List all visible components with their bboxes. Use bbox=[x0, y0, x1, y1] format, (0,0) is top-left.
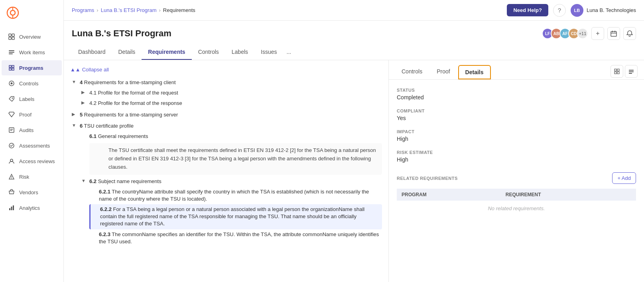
status-field: STATUS Completed bbox=[397, 88, 636, 101]
sidebar-item-vendors[interactable]: Vendors bbox=[2, 185, 62, 200]
help-icon[interactable]: ? bbox=[553, 4, 566, 17]
add-member-button[interactable]: + bbox=[591, 27, 604, 40]
calendar-button[interactable] bbox=[607, 27, 620, 40]
need-help-button[interactable]: Need Help? bbox=[507, 4, 548, 16]
sidebar-item-labels[interactable]: Labels bbox=[2, 91, 62, 106]
svg-rect-27 bbox=[614, 72, 616, 74]
req-text-6-1: 6.1 General requirements bbox=[89, 133, 148, 140]
risk-estimate-field: RISK ESTIMATE High bbox=[397, 150, 636, 163]
req-row-4-2[interactable]: ▶ 4.2 Profile for the format of the resp… bbox=[80, 98, 382, 108]
risk-estimate-value: High bbox=[397, 156, 636, 163]
compliant-field: COMPLIANT Yes bbox=[397, 108, 636, 121]
impact-label: IMPACT bbox=[397, 129, 636, 134]
svg-rect-10 bbox=[9, 53, 13, 54]
req-text-6-2-3: 6.2.3 The commonName specifies an identi… bbox=[99, 231, 380, 245]
sidebar-item-label: Vendors bbox=[19, 189, 38, 195]
detail-view-grid-button[interactable] bbox=[625, 65, 638, 78]
sidebar-item-work-items[interactable]: Work items bbox=[2, 45, 62, 60]
svg-rect-26 bbox=[617, 69, 619, 71]
req-children-6: 6.1 General requirements The TSU certifi… bbox=[70, 131, 382, 247]
req-row-4[interactable]: ▼ 4 Requirements for a time-stamping cli… bbox=[70, 77, 382, 88]
req-children-6-2: 6.2.1 The countryName attribute shall sp… bbox=[80, 187, 382, 247]
sidebar-item-label: Labels bbox=[19, 96, 34, 102]
svg-rect-25 bbox=[614, 69, 616, 71]
detail-tab-controls[interactable]: Controls bbox=[395, 65, 429, 79]
sidebar-item-audits[interactable]: Audits bbox=[2, 122, 62, 138]
req-row-6-1[interactable]: 6.1 General requirements bbox=[80, 131, 382, 142]
tab-issues[interactable]: Issues bbox=[254, 45, 283, 60]
expand-toggle-4-1[interactable]: ▶ bbox=[81, 90, 87, 95]
svg-point-17 bbox=[11, 178, 12, 178]
related-req-header: RELATED REQUIREMENTS + Add bbox=[397, 172, 636, 184]
svg-rect-4 bbox=[9, 34, 11, 36]
notification-button[interactable] bbox=[623, 27, 636, 40]
expand-toggle-4[interactable]: ▼ bbox=[72, 79, 77, 84]
req-row-6-2[interactable]: ▼ 6.2 Subject name requirements bbox=[80, 176, 382, 187]
req-row-6-2-1[interactable]: 6.2.1 The countryName attribute shall sp… bbox=[89, 187, 382, 204]
req-row-4-1[interactable]: ▶ 4.1 Profile for the format of the requ… bbox=[80, 88, 382, 98]
tab-controls[interactable]: Controls bbox=[192, 45, 225, 60]
programs-icon bbox=[8, 64, 15, 71]
access-reviews-icon bbox=[8, 158, 15, 165]
sidebar-navigation: Overview Work items Programs Controls La… bbox=[0, 26, 63, 282]
tab-more[interactable]: ... bbox=[284, 45, 295, 60]
no-related-message: No related requirements. bbox=[397, 201, 636, 216]
breadcrumb-sep-2: › bbox=[159, 7, 160, 13]
req-text-6-2-2: 6.2.2 For a TSA being a legal person or … bbox=[100, 206, 380, 228]
detail-tab-proof[interactable]: Proof bbox=[430, 65, 456, 79]
sidebar-item-label: Assessments bbox=[19, 143, 50, 149]
req-text-6-2: 6.2 Subject name requirements bbox=[89, 178, 161, 185]
sidebar-item-analytics[interactable]: Analytics bbox=[2, 200, 62, 215]
compliant-value: Yes bbox=[397, 115, 636, 121]
requirements-panel: ▲▲ Collapse all ▼ 4 Requirements for a t… bbox=[64, 60, 389, 282]
svg-point-13 bbox=[12, 98, 13, 99]
sidebar-item-access-reviews[interactable]: Access reviews bbox=[2, 154, 62, 169]
expand-toggle-6-2[interactable]: ▼ bbox=[81, 178, 87, 183]
user-info[interactable]: LB Luna B. Technologies bbox=[571, 4, 636, 17]
svg-rect-21 bbox=[611, 32, 616, 36]
svg-rect-18 bbox=[9, 208, 10, 210]
req-row-6[interactable]: ▼ 6 TSU certificate profile bbox=[70, 121, 382, 131]
collapse-all-button[interactable]: ▲▲ Collapse all bbox=[70, 67, 382, 73]
sidebar-item-proof[interactable]: Proof bbox=[2, 107, 62, 122]
sidebar-logo bbox=[0, 0, 63, 26]
detail-content: STATUS Completed COMPLIANT Yes IMPACT Hi… bbox=[389, 80, 644, 224]
svg-rect-30 bbox=[629, 71, 634, 72]
req-text-4-2: 4.2 Profile for the format of the respon… bbox=[89, 100, 182, 107]
sidebar-item-overview[interactable]: Overview bbox=[2, 29, 62, 44]
sidebar-item-controls[interactable]: Controls bbox=[2, 76, 62, 91]
sidebar-item-risk[interactable]: Risk bbox=[2, 169, 62, 184]
sidebar-item-label: Overview bbox=[19, 34, 41, 40]
related-requirements-section: RELATED REQUIREMENTS + Add PROGRAM REQUI… bbox=[397, 172, 636, 216]
status-value: Completed bbox=[397, 94, 636, 101]
tab-requirements[interactable]: Requirements bbox=[142, 45, 191, 60]
req-text-4-1: 4.1 Profile for the format of the reques… bbox=[89, 89, 178, 97]
breadcrumb-program-name[interactable]: Luna B.'s ETSI Program bbox=[101, 7, 157, 13]
svg-point-1 bbox=[10, 10, 15, 15]
tab-dashboard[interactable]: Dashboard bbox=[72, 45, 112, 60]
add-related-req-button[interactable]: + Add bbox=[612, 172, 636, 184]
avatar-plus-count[interactable]: +11 bbox=[577, 28, 588, 39]
tab-details[interactable]: Details bbox=[112, 45, 142, 60]
svg-rect-8 bbox=[9, 50, 14, 51]
tab-labels[interactable]: Labels bbox=[225, 45, 254, 60]
detail-view-list-button[interactable] bbox=[611, 65, 623, 78]
expand-toggle-4-2[interactable]: ▶ bbox=[81, 100, 87, 105]
audits-icon bbox=[8, 126, 15, 134]
expand-toggle-6[interactable]: ▼ bbox=[72, 123, 77, 128]
sidebar-item-assessments[interactable]: Assessments bbox=[2, 138, 62, 153]
detail-tabs: Controls Proof Details bbox=[389, 60, 644, 80]
svg-rect-20 bbox=[13, 205, 14, 210]
sidebar-item-programs[interactable]: Programs bbox=[2, 60, 62, 75]
req-row-6-2-2[interactable]: 6.2.2 For a TSA being a legal person or … bbox=[89, 204, 382, 229]
svg-point-12 bbox=[11, 83, 13, 85]
impact-value: High bbox=[397, 136, 636, 142]
req-row-5[interactable]: ▶ 5 Requirements for a time-stamping ser… bbox=[70, 110, 382, 120]
expand-toggle-5[interactable]: ▶ bbox=[72, 112, 77, 117]
breadcrumb-programs[interactable]: Programs bbox=[72, 7, 94, 13]
req-row-6-2-3[interactable]: 6.2.3 The commonName specifies an identi… bbox=[89, 229, 382, 247]
overview-icon bbox=[8, 33, 15, 40]
req-text-4: 4 Requirements for a time-stamping clien… bbox=[80, 79, 176, 86]
risk-icon bbox=[8, 173, 15, 180]
detail-tab-details[interactable]: Details bbox=[458, 65, 491, 79]
